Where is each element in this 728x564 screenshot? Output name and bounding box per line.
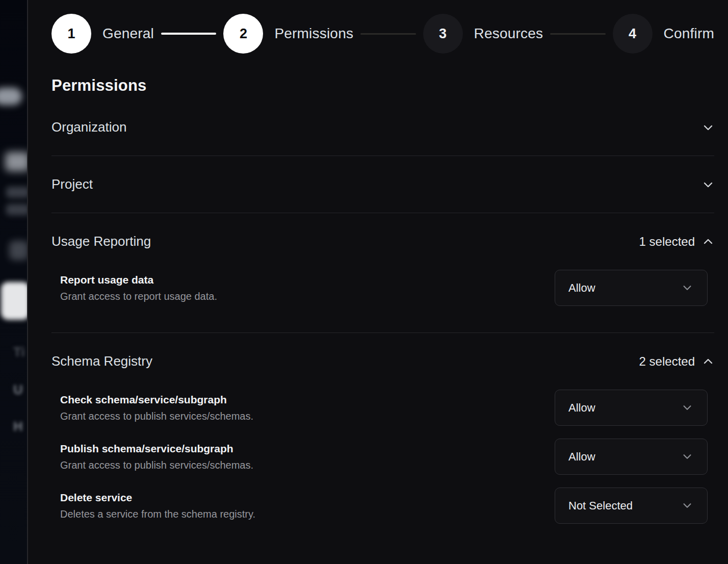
step-connector — [360, 33, 415, 35]
permission-select-check-schema[interactable]: Allow — [555, 390, 708, 426]
section-project: Project — [51, 156, 714, 213]
blurred-sidebar-item: H — [13, 416, 28, 437]
chevron-down-icon — [682, 282, 694, 294]
permission-description: Grant access to publish services/schemas… — [60, 411, 253, 422]
background-blur-blob — [9, 241, 28, 260]
page-title: Permissions — [51, 76, 714, 95]
step-label: Confirm — [664, 25, 714, 42]
chevron-down-icon — [682, 451, 694, 463]
select-value: Allow — [568, 450, 595, 464]
chevron-up-icon[interactable] — [702, 355, 714, 368]
chevron-up-icon[interactable] — [702, 236, 714, 248]
chevron-down-icon — [682, 500, 694, 512]
selected-count: 1 selected — [639, 235, 695, 249]
step-label: Permissions — [274, 25, 353, 42]
step-connector — [550, 33, 605, 35]
step-connector — [161, 33, 216, 35]
permission-title: Check schema/service/subgraph — [60, 394, 253, 406]
step-number-circle: 3 — [423, 14, 463, 54]
select-value: Allow — [568, 401, 595, 415]
background-blur-blob — [5, 152, 28, 171]
permission-select-publish-schema[interactable]: Allow — [555, 439, 708, 475]
step-number-circle: 4 — [613, 14, 653, 54]
step-resources: 3 Resources — [423, 14, 543, 54]
blurred-sidebar-item: U — [13, 379, 28, 400]
section-header-schema-registry[interactable]: Schema Registry 2 selected — [51, 333, 714, 376]
permission-description: Grant access to publish services/schemas… — [60, 459, 253, 471]
section-organization: Organization — [51, 99, 714, 156]
section-header-project[interactable]: Project — [51, 156, 714, 213]
step-number-circle: 2 — [223, 14, 263, 54]
select-value: Not Selected — [568, 499, 633, 512]
step-confirm: 4 Confirm — [613, 14, 714, 54]
section-title: Usage Reporting — [51, 234, 151, 249]
chevron-down-icon[interactable] — [702, 178, 714, 191]
permission-title: Report usage data — [60, 274, 217, 286]
permission-row-report-usage-data: Report usage data Grant access to report… — [51, 270, 714, 306]
background-blur-card — [1, 282, 28, 320]
permission-title: Publish schema/service/subgraph — [60, 443, 253, 455]
section-usage-reporting: Usage Reporting 1 selected Report usage … — [51, 213, 714, 333]
section-header-organization[interactable]: Organization — [51, 99, 714, 156]
section-header-usage-reporting[interactable]: Usage Reporting 1 selected — [51, 213, 714, 257]
wizard-stepper: 1 General 2 Permissions 3 Resources 4 Co… — [51, 13, 714, 54]
permission-title: Delete service — [60, 492, 255, 504]
section-title: Organization — [51, 119, 126, 135]
permission-description: Deletes a service from the schema regist… — [60, 508, 255, 520]
background-blur-blob — [0, 88, 22, 105]
permission-select-report-usage-data[interactable]: Allow — [555, 270, 708, 306]
access-token-wizard-panel: 1 General 2 Permissions 3 Resources 4 Co… — [29, 0, 728, 564]
blurred-sidebar-item: Ti — [13, 342, 28, 362]
permission-row-delete-service: Delete service Deletes a service from th… — [51, 488, 714, 524]
permission-sections: Organization Project — [51, 99, 714, 550]
background-blur-blob — [6, 187, 28, 198]
step-permissions: 2 Permissions — [223, 14, 353, 54]
chevron-down-icon — [682, 402, 694, 414]
permission-select-delete-service[interactable]: Not Selected — [555, 488, 708, 524]
permission-row-check-schema: Check schema/service/subgraph Grant acce… — [51, 390, 714, 426]
step-general: 1 General — [51, 14, 154, 54]
section-schema-registry: Schema Registry 2 selected Check schema/… — [51, 333, 714, 550]
section-title: Schema Registry — [51, 353, 152, 369]
chevron-down-icon[interactable] — [702, 121, 714, 134]
permission-description: Grant access to report usage data. — [60, 291, 217, 302]
section-title: Project — [51, 176, 93, 192]
step-label: General — [102, 25, 154, 42]
permission-row-publish-schema: Publish schema/service/subgraph Grant ac… — [51, 439, 714, 475]
background-page-strip: Ti U H — [0, 0, 28, 564]
background-blur-blob — [6, 204, 28, 215]
step-number-circle: 1 — [51, 14, 91, 54]
select-value: Allow — [568, 281, 595, 295]
step-label: Resources — [474, 25, 543, 42]
selected-count: 2 selected — [639, 354, 695, 369]
